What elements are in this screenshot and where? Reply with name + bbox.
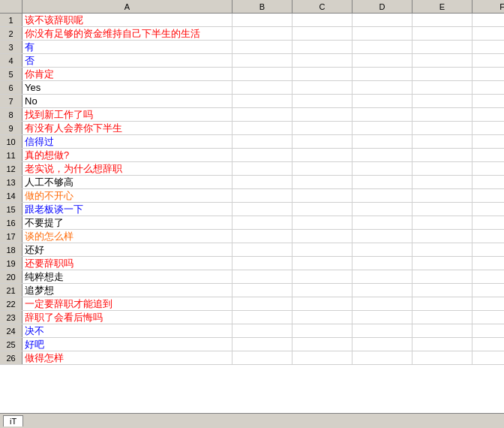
cell-b[interactable] <box>232 122 292 134</box>
cell-c[interactable] <box>292 108 352 121</box>
cell-f[interactable] <box>472 230 504 243</box>
cell-b[interactable] <box>232 27 292 40</box>
cell-e[interactable] <box>412 108 472 121</box>
cell-text[interactable]: 不要提了 <box>22 216 232 229</box>
table-row[interactable]: 4否 <box>0 54 504 68</box>
cell-text[interactable]: 有没有人会养你下半生 <box>22 122 232 134</box>
cell-c[interactable] <box>292 257 352 270</box>
cell-text[interactable]: 老实说，为什么想辞职 <box>22 162 232 175</box>
cell-d[interactable] <box>352 203 412 216</box>
cell-f[interactable] <box>472 324 504 337</box>
cell-f[interactable] <box>472 270 504 283</box>
col-header-d[interactable]: D <box>352 0 412 13</box>
cell-c[interactable] <box>292 338 352 351</box>
cell-b[interactable] <box>232 311 292 324</box>
cell-text[interactable]: 还要辞职吗 <box>22 257 232 270</box>
cell-e[interactable] <box>412 122 472 134</box>
cell-d[interactable] <box>352 108 412 121</box>
cell-f[interactable] <box>472 95 504 107</box>
cell-e[interactable] <box>412 162 472 175</box>
cell-text[interactable]: 真的想做? <box>22 149 232 161</box>
cell-text[interactable]: 好吧 <box>22 338 232 351</box>
cell-e[interactable] <box>412 257 472 270</box>
cell-text[interactable]: 否 <box>22 54 232 67</box>
cell-d[interactable] <box>352 351 412 364</box>
cell-c[interactable] <box>292 230 352 243</box>
cell-c[interactable] <box>292 68 352 80</box>
cell-f[interactable] <box>472 297 504 310</box>
cell-e[interactable] <box>412 81 472 94</box>
table-row[interactable]: 26做得怎样 <box>0 351 504 365</box>
table-row[interactable]: 22一定要辞职才能追到 <box>0 297 504 311</box>
cell-f[interactable] <box>472 284 504 297</box>
cell-b[interactable] <box>232 203 292 216</box>
table-row[interactable]: 6Yes <box>0 81 504 95</box>
table-row[interactable]: 25好吧 <box>0 338 504 351</box>
cell-c[interactable] <box>292 351 352 364</box>
table-row[interactable]: 15跟老板谈一下 <box>0 203 504 216</box>
cell-b[interactable] <box>232 351 292 364</box>
cell-d[interactable] <box>352 311 412 324</box>
cell-b[interactable] <box>232 54 292 67</box>
cell-d[interactable] <box>352 81 412 94</box>
cell-f[interactable] <box>472 189 504 202</box>
cell-text[interactable]: 你肯定 <box>22 68 232 80</box>
cell-b[interactable] <box>232 176 292 188</box>
cell-d[interactable] <box>352 338 412 351</box>
cell-text[interactable]: 还好 <box>22 243 232 256</box>
cell-f[interactable] <box>472 41 504 53</box>
cell-e[interactable] <box>412 41 472 53</box>
cell-c[interactable] <box>292 216 352 229</box>
col-header-c[interactable]: C <box>292 0 352 13</box>
cell-c[interactable] <box>292 41 352 53</box>
cell-b[interactable] <box>232 108 292 121</box>
cell-d[interactable] <box>352 41 412 53</box>
cell-e[interactable] <box>412 297 472 310</box>
cell-f[interactable] <box>472 135 504 148</box>
cell-d[interactable] <box>352 122 412 134</box>
cell-d[interactable] <box>352 216 412 229</box>
cell-b[interactable] <box>232 14 292 26</box>
cell-b[interactable] <box>232 297 292 310</box>
cell-d[interactable] <box>352 149 412 161</box>
cell-f[interactable] <box>472 257 504 270</box>
cell-c[interactable] <box>292 284 352 297</box>
cell-text[interactable]: 找到新工作了吗 <box>22 108 232 121</box>
table-row[interactable]: 23辞职了会看后悔吗 <box>0 311 504 324</box>
cell-f[interactable] <box>472 243 504 256</box>
cell-c[interactable] <box>292 54 352 67</box>
cell-e[interactable] <box>412 189 472 202</box>
cell-text[interactable]: 谈的怎么样 <box>22 230 232 243</box>
cell-d[interactable] <box>352 162 412 175</box>
cell-e[interactable] <box>412 216 472 229</box>
cell-c[interactable] <box>292 243 352 256</box>
cell-c[interactable] <box>292 270 352 283</box>
cell-c[interactable] <box>292 14 352 26</box>
cell-e[interactable] <box>412 54 472 67</box>
cell-f[interactable] <box>472 216 504 229</box>
cell-b[interactable] <box>232 135 292 148</box>
table-row[interactable]: 3有 <box>0 41 504 54</box>
table-row[interactable]: 11真的想做? <box>0 149 504 162</box>
cell-text[interactable]: Yes <box>22 81 232 94</box>
cell-e[interactable] <box>412 324 472 337</box>
table-row[interactable]: 9有没有人会养你下半生 <box>0 122 504 135</box>
cell-text[interactable]: 人工不够高 <box>22 176 232 188</box>
cell-c[interactable] <box>292 135 352 148</box>
table-row[interactable]: 20纯粹想走 <box>0 270 504 284</box>
cell-e[interactable] <box>412 149 472 161</box>
cell-f[interactable] <box>472 176 504 188</box>
cell-text[interactable]: 一定要辞职才能追到 <box>22 297 232 310</box>
cell-text[interactable]: 跟老板谈一下 <box>22 203 232 216</box>
cell-d[interactable] <box>352 54 412 67</box>
table-row[interactable]: 1该不该辞职呢 <box>0 14 504 27</box>
table-row[interactable]: 21追梦想 <box>0 284 504 297</box>
cell-text[interactable]: 决不 <box>22 324 232 337</box>
table-row[interactable]: 17谈的怎么样 <box>0 230 504 243</box>
cell-d[interactable] <box>352 68 412 80</box>
cell-e[interactable] <box>412 351 472 364</box>
cell-c[interactable] <box>292 27 352 40</box>
cell-c[interactable] <box>292 297 352 310</box>
cell-text[interactable]: No <box>22 95 232 107</box>
table-row[interactable]: 14做的不开心 <box>0 189 504 203</box>
